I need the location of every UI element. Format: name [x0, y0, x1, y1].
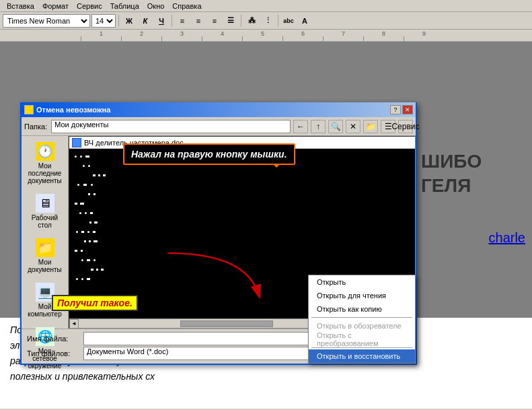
dot: [83, 184, 87, 186]
filename-label: Имя файла:: [27, 335, 81, 343]
hscroll-left-button[interactable]: ◄: [69, 319, 79, 329]
dialog-controls: ? ✕: [390, 105, 413, 114]
underline-button[interactable]: Ч: [154, 14, 169, 28]
font-selector[interactable]: Times New Roman: [3, 14, 90, 28]
dot: [81, 231, 84, 233]
dot-row-2: [83, 165, 90, 167]
dialog-help-button[interactable]: ?: [390, 105, 401, 114]
dot: [98, 174, 100, 176]
ruler-mark-2: [121, 36, 161, 42]
align-center-button[interactable]: ≡: [191, 14, 206, 28]
spell-button[interactable]: abc: [281, 14, 296, 28]
menu-insert[interactable]: Вставка: [3, 1, 38, 11]
dot-row-12: [81, 259, 96, 261]
dot: [89, 221, 91, 224]
ctx-open-copy[interactable]: Открыть как копию: [309, 302, 415, 316]
nav-up-button[interactable]: ↑: [311, 120, 326, 133]
align-justify-button[interactable]: ☰: [223, 14, 238, 28]
panel-desktop[interactable]: 🖥 Рабочий стол: [25, 191, 65, 232]
dot: [93, 174, 96, 176]
folder-combo[interactable]: Мои документы: [51, 120, 291, 133]
bold-button[interactable]: Ж: [122, 14, 137, 28]
delete-button[interactable]: ✕: [346, 120, 360, 133]
doc-area: ШИБО ГЕЛЯ charle По сравнению с установл…: [0, 42, 532, 409]
ctx-open-restore[interactable]: Открыть и восстановить: [309, 349, 415, 363]
menu-service[interactable]: Сервис: [73, 1, 106, 11]
dot: [81, 250, 83, 252]
dot-row-7: [79, 212, 93, 214]
menu-format[interactable]: Формат: [38, 1, 73, 11]
ruler: [0, 30, 532, 42]
dot: [94, 221, 98, 224]
dot: [87, 278, 90, 280]
right-text-line2: ГЕЛЯ: [421, 174, 525, 198]
dot: [101, 269, 104, 271]
dot-row-11: [75, 250, 83, 252]
dot: [85, 156, 89, 158]
dialog-title: Отмена невозможна: [24, 105, 110, 114]
service-button[interactable]: Сервис: [398, 120, 413, 133]
tooltip-text: Нажал на правую кнопку мышки.: [131, 149, 287, 160]
dot: [79, 212, 81, 214]
red-arrow-svg: [150, 247, 271, 308]
charles-link[interactable]: charle: [489, 230, 525, 246]
dot-row-13: [91, 269, 104, 271]
menu-table[interactable]: Таблица: [106, 1, 143, 11]
ctx-open-browser: Открыть в обозревателе: [309, 319, 415, 333]
toolbar-separator-3: [241, 15, 241, 27]
new-folder-button[interactable]: 📁: [363, 120, 378, 133]
hscroll-thumb[interactable]: [180, 320, 272, 327]
ctx-open[interactable]: Открыть: [309, 275, 415, 289]
dot: [80, 203, 84, 205]
ruler-mark-8: [363, 36, 404, 42]
dot: [75, 203, 77, 205]
toolbar-separator-1: [118, 15, 119, 27]
dialog-title-icon: [24, 105, 34, 114]
menu-bar: Вставка Формат Сервис Таблица Окно Справ…: [0, 0, 532, 12]
toolbar-separator-2: [172, 15, 172, 27]
dialog-close-button[interactable]: ✕: [402, 105, 413, 114]
ruler-mark-4: [202, 36, 242, 42]
align-right-button[interactable]: ≡: [207, 14, 222, 28]
italic-button[interactable]: К: [138, 14, 153, 28]
dot-row-5: [88, 193, 96, 195]
dot-row-6: [75, 203, 84, 205]
file-icon-top: [72, 138, 81, 147]
menu-help[interactable]: Справка: [168, 1, 205, 11]
panel-recent-docs[interactable]: 🕐 Мои последние документы: [25, 139, 65, 188]
dot: [84, 240, 86, 242]
ruler-mark-5: [242, 36, 282, 42]
align-left-button[interactable]: ≡: [175, 14, 190, 28]
ctx-separator-1: [311, 317, 412, 318]
dot-row-14: [76, 278, 90, 280]
panel-desktop-label: Рабочий стол: [27, 214, 63, 229]
dot: [77, 184, 79, 186]
color-button[interactable]: A: [297, 14, 312, 28]
dot: [87, 259, 90, 261]
search-web-button[interactable]: 🔍: [328, 120, 343, 133]
ruler-mark-7: [323, 36, 363, 42]
dialog-title-text: Отмена невозможна: [36, 106, 110, 114]
dot: [93, 231, 96, 233]
ruler-mark-9: [404, 36, 444, 42]
panel-my-docs[interactable]: 📁 Мои документы: [25, 235, 65, 277]
dot: [91, 269, 93, 271]
dot: [93, 193, 96, 195]
ruler-marks: [81, 30, 444, 42]
dialog-titlebar: Отмена невозможна ? ✕: [22, 102, 416, 117]
numbering-button[interactable]: ⁂: [244, 14, 259, 28]
menu-window[interactable]: Окно: [143, 1, 169, 11]
nav-back-button[interactable]: ←: [293, 120, 308, 133]
file-open-dialog: Отмена невозможна ? ✕ Папка: Мои докумен…: [20, 102, 417, 365]
bullets-button[interactable]: ⋮: [260, 14, 275, 28]
dot: [75, 156, 77, 158]
filetype-label: Тип файлов:: [27, 349, 81, 357]
ctx-open-convert: Открыть с преобразованием: [309, 333, 415, 346]
font-size-selector[interactable]: 14: [91, 14, 116, 28]
ctx-open-readonly[interactable]: Открыть для чтения: [309, 289, 415, 302]
dot: [81, 259, 83, 261]
panel-my-docs-label: Мои документы: [27, 259, 63, 273]
my-docs-icon: 📁: [36, 238, 54, 257]
right-text: ШИБО ГЕЛЯ: [421, 149, 525, 199]
dot: [88, 193, 90, 195]
